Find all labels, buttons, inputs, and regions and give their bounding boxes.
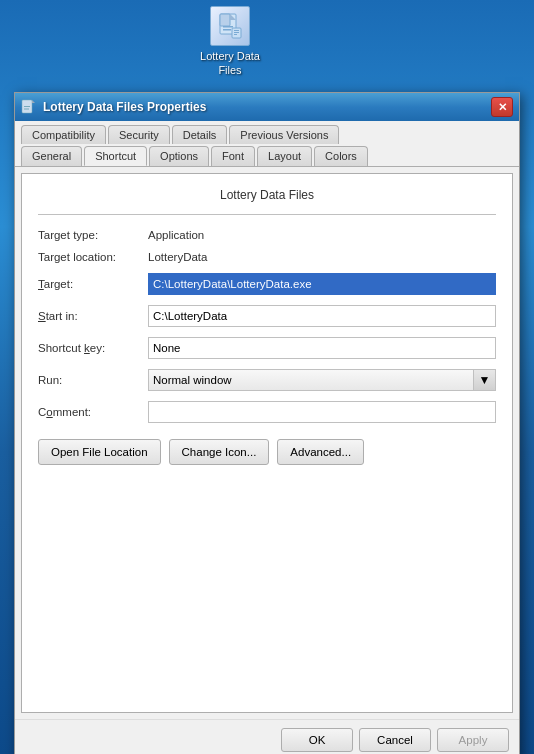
svg-rect-1 xyxy=(220,14,230,26)
target-type-value: Application xyxy=(148,229,204,241)
target-type-row: Target type: Application xyxy=(38,229,496,241)
target-location-label: Target location: xyxy=(38,251,148,263)
target-location-row: Target location: LotteryData xyxy=(38,251,496,263)
comment-input[interactable] xyxy=(148,401,496,423)
open-file-location-button[interactable]: Open File Location xyxy=(38,439,161,465)
tab-font[interactable]: Font xyxy=(211,146,255,166)
tab-colors[interactable]: Colors xyxy=(314,146,368,166)
run-label: Run: xyxy=(38,374,148,386)
svg-rect-3 xyxy=(223,26,233,28)
target-row: Target: xyxy=(38,273,496,295)
tabs-row-2: General Shortcut Options Font Layout Col… xyxy=(21,146,513,166)
svg-rect-6 xyxy=(234,30,239,31)
target-type-label: Target type: xyxy=(38,229,148,241)
ok-button[interactable]: OK xyxy=(281,728,353,752)
tab-details[interactable]: Details xyxy=(172,125,228,144)
tab-security[interactable]: Security xyxy=(108,125,170,144)
advanced-button[interactable]: Advanced... xyxy=(277,439,364,465)
desktop-icon-label-line2: Files xyxy=(218,64,241,76)
target-input[interactable] xyxy=(148,273,496,295)
comment-label: Comment: xyxy=(38,406,148,418)
tabs-row-1: Compatibility Security Details Previous … xyxy=(21,125,513,144)
svg-marker-10 xyxy=(32,100,35,103)
desktop-icon[interactable]: Lottery Data Files xyxy=(185,6,275,78)
start-in-row: Start in: xyxy=(38,305,496,327)
title-bar: Lottery Data Files Properties ✕ xyxy=(15,93,519,121)
title-separator xyxy=(38,214,496,215)
svg-rect-12 xyxy=(24,109,29,110)
cancel-button[interactable]: Cancel xyxy=(359,728,431,752)
tab-options[interactable]: Options xyxy=(149,146,209,166)
target-location-value: LotteryData xyxy=(148,251,207,263)
apply-button[interactable]: Apply xyxy=(437,728,509,752)
action-buttons: Open File Location Change Icon... Advanc… xyxy=(38,439,496,465)
content-title: Lottery Data Files xyxy=(38,188,496,202)
tab-general[interactable]: General xyxy=(21,146,82,166)
change-icon-button[interactable]: Change Icon... xyxy=(169,439,270,465)
start-in-input[interactable] xyxy=(148,305,496,327)
comment-row: Comment: xyxy=(38,401,496,423)
shortcut-key-row: Shortcut key: xyxy=(38,337,496,359)
title-bar-title: Lottery Data Files Properties xyxy=(43,100,491,114)
run-dropdown-wrapper: Normal window Minimized Maximized ▼ xyxy=(148,369,496,391)
svg-rect-4 xyxy=(223,29,231,31)
svg-rect-11 xyxy=(24,106,30,107)
shortcut-key-input[interactable] xyxy=(148,337,496,359)
desktop-icon-label-line1: Lottery Data xyxy=(200,50,260,62)
title-bar-buttons: ✕ xyxy=(491,97,513,117)
content-area: Lottery Data Files Target type: Applicat… xyxy=(21,173,513,713)
target-field-label: Target: xyxy=(38,278,148,290)
svg-rect-7 xyxy=(234,32,239,33)
file-icon xyxy=(216,12,244,40)
tab-previous-versions[interactable]: Previous Versions xyxy=(229,125,339,144)
svg-rect-8 xyxy=(234,34,237,35)
run-row: Run: Normal window Minimized Maximized ▼ xyxy=(38,369,496,391)
close-button[interactable]: ✕ xyxy=(491,97,513,117)
shortcut-key-label: Shortcut key: xyxy=(38,342,148,354)
properties-dialog: Lottery Data Files Properties ✕ Compatib… xyxy=(14,92,520,754)
tab-compatibility[interactable]: Compatibility xyxy=(21,125,106,144)
title-bar-icon xyxy=(21,99,37,115)
tab-layout[interactable]: Layout xyxy=(257,146,312,166)
run-dropdown-arrow[interactable]: ▼ xyxy=(474,369,496,391)
run-select[interactable]: Normal window Minimized Maximized xyxy=(148,369,474,391)
start-in-label: Start in: xyxy=(38,310,148,322)
dialog-footer: OK Cancel Apply xyxy=(15,719,519,754)
desktop-icon-image xyxy=(210,6,250,46)
tab-shortcut[interactable]: Shortcut xyxy=(84,146,147,166)
tabs-container: Compatibility Security Details Previous … xyxy=(15,121,519,167)
